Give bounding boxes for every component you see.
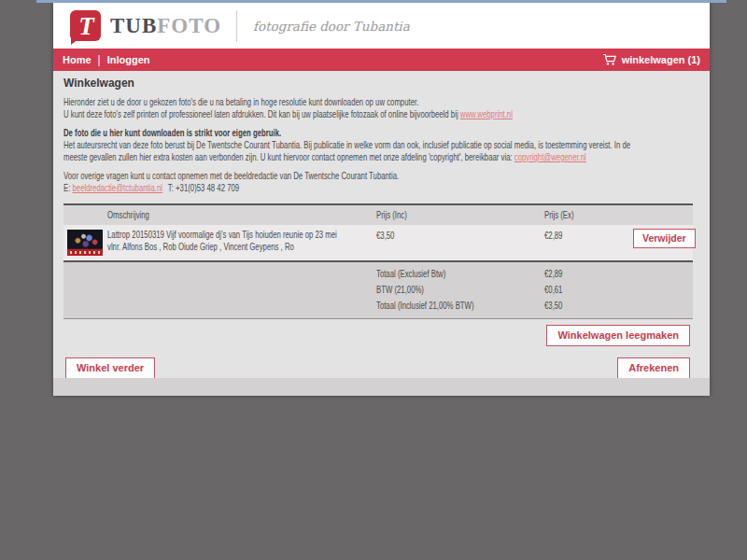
empty-cart-button[interactable]: Winkelwagen leegmaken bbox=[546, 325, 690, 346]
intro-paragraph: Hieronder ziet u de door u gekozen foto'… bbox=[63, 96, 693, 120]
nav-inloggen-link[interactable]: Inloggen bbox=[107, 54, 150, 65]
total-excl-label: Totaal (Exclusief Btw) bbox=[376, 268, 500, 280]
header-divider bbox=[236, 10, 237, 42]
contact-line-2: E: beeldredactie@tctubantia.nlT: +31(0)5… bbox=[63, 182, 529, 194]
nav-separator: | bbox=[98, 53, 101, 66]
usage-line-2-text: meeste gevallen zullen hier extra kosten… bbox=[63, 151, 514, 162]
remove-item-button[interactable]: Verwijder bbox=[633, 229, 696, 248]
logo-text: TUBFOTO bbox=[110, 14, 221, 38]
item-thumbnail[interactable] bbox=[67, 230, 103, 256]
page-title: Winkelwagen bbox=[63, 77, 693, 89]
continue-shopping-button[interactable]: Winkel verder bbox=[65, 357, 155, 378]
item-price-inc: €3,50 bbox=[376, 229, 500, 242]
total-row-incl: Totaal (Inclusief 21,00% BTW) €3,50 bbox=[63, 298, 693, 314]
webprint-link[interactable]: www.webprint.nl bbox=[460, 108, 513, 119]
usage-bold-line: De foto die u hier kunt downloaden is st… bbox=[63, 127, 529, 139]
total-incl-label: Totaal (Inclusief 21,00% BTW) bbox=[376, 300, 500, 312]
nav-cart-link[interactable]: winkelwagen (1) bbox=[602, 53, 700, 66]
cart-label: winkelwagen (1) bbox=[622, 54, 700, 65]
usage-line-1: Het auteursrecht van deze foto berust bi… bbox=[63, 139, 529, 151]
col-prijs-inc: Prijs (Inc) bbox=[376, 209, 500, 221]
tubfoto-logo-icon: T bbox=[70, 10, 101, 41]
total-btw-label: BTW (21,00%) bbox=[376, 284, 500, 296]
total-excl-value: €2,89 bbox=[544, 268, 655, 280]
usage-paragraph: De foto die u hier kunt downloaden is st… bbox=[63, 127, 693, 163]
cart-table-header: Omschrijving Prijs (Inc) Prijs (Ex) bbox=[63, 205, 693, 225]
total-btw-value: €0,61 bbox=[544, 284, 655, 296]
beeldredactie-email-link[interactable]: beeldredactie@tctubantia.nl bbox=[73, 182, 162, 193]
logo-text-secondary: FOTO bbox=[157, 14, 221, 37]
footer-strip bbox=[53, 378, 710, 396]
cart-item-row: Lattrop 20150319 Vijf voormalige dj's va… bbox=[63, 225, 693, 262]
bottom-actions-row: Winkel verder Afrekenen bbox=[63, 357, 693, 378]
copyright-email-link[interactable]: copyright@wegener.nl bbox=[514, 151, 586, 162]
intro-line-2: U kunt deze foto's zelf printen of profe… bbox=[63, 108, 529, 120]
tubfoto-logo[interactable]: T TUBFOTO bbox=[70, 10, 221, 41]
contact-line-1: Voor overige vragen kunt u contact opnem… bbox=[63, 170, 529, 182]
item-price-ex: €2,89 bbox=[544, 229, 610, 242]
item-description-line-2: vlnr. Alfons Bos , Rob Oiude Griep , Vin… bbox=[107, 241, 306, 253]
intro-line-1: Hieronder ziet u de door u gekozen foto'… bbox=[63, 96, 529, 108]
cart-table: Omschrijving Prijs (Inc) Prijs (Ex) Latt… bbox=[63, 203, 693, 319]
main-navbar: Home | Inloggen winkelwagen (1) bbox=[53, 49, 710, 71]
nav-home-link[interactable]: Home bbox=[63, 54, 92, 65]
item-description-line-1: Lattrop 20150319 Vijf voormalige dj's va… bbox=[107, 229, 306, 241]
cart-icon bbox=[602, 53, 617, 66]
col-omschrijving: Omschrijving bbox=[107, 209, 306, 221]
site-header: T TUBFOTO fotografie door Tubantia bbox=[53, 3, 710, 49]
tubfoto-page: T TUBFOTO fotografie door Tubantia Home … bbox=[53, 0, 710, 396]
item-action-cell: Verwijder bbox=[633, 229, 700, 248]
contact-phone: T: +31(0)53 48 42 709 bbox=[168, 182, 239, 193]
usage-line-2: meeste gevallen zullen hier extra kosten… bbox=[63, 151, 529, 163]
empty-cart-row: Winkelwagen leegmaken bbox=[63, 325, 693, 346]
col-prijs-ex: Prijs (Ex) bbox=[544, 209, 610, 221]
logo-text-primary: TUB bbox=[110, 14, 157, 37]
checkout-button[interactable]: Afrekenen bbox=[617, 357, 690, 378]
total-incl-value: €3,50 bbox=[544, 300, 655, 312]
contact-paragraph: Voor overige vragen kunt u contact opnem… bbox=[63, 170, 693, 194]
logo-letter: T bbox=[78, 12, 94, 40]
cart-totals: Totaal (Exclusief Btw) €2,89 BTW (21,00%… bbox=[63, 262, 693, 319]
total-row-btw: BTW (21,00%) €0,61 bbox=[63, 282, 693, 298]
item-description: Lattrop 20150319 Vijf voormalige dj's va… bbox=[107, 229, 376, 253]
contact-email-prefix: E: bbox=[63, 182, 73, 193]
brand-tagline: fotografie door Tubantia bbox=[253, 19, 410, 34]
cart-page-content: Winkelwagen Hieronder ziet u de door u g… bbox=[53, 71, 710, 378]
total-row-excl: Totaal (Exclusief Btw) €2,89 bbox=[63, 266, 693, 282]
intro-line-2-text: U kunt deze foto's zelf printen of profe… bbox=[63, 108, 460, 119]
item-thumbnail-cell bbox=[63, 229, 107, 256]
